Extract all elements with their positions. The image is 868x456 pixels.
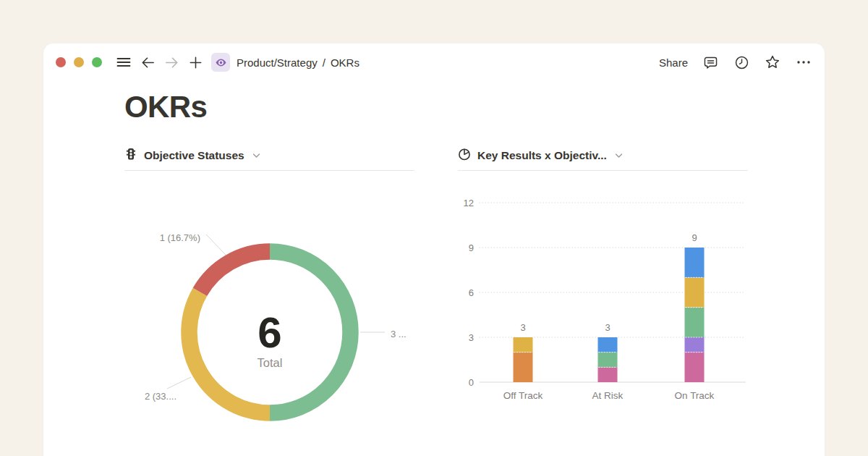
close-window-button[interactable]	[56, 57, 66, 67]
donut-label-line-1	[167, 377, 191, 389]
bar-segment	[598, 337, 618, 352]
history-clock-icon[interactable]	[733, 54, 750, 71]
key-results-panel: Key Results x Objectiv... 0369123Off Tra…	[458, 145, 748, 171]
window-toolbar: Product/Strategy / OKRs Share	[43, 43, 825, 81]
y-tick-label: 12	[464, 198, 474, 208]
donut-label-line-2	[206, 235, 226, 255]
panel-divider	[124, 170, 414, 171]
window-controls	[56, 57, 102, 67]
chevron-down-icon[interactable]	[615, 153, 623, 159]
bar-segment	[685, 352, 705, 382]
donut-center-value: 6	[258, 308, 281, 357]
breadcrumb: Product/Strategy / OKRs	[237, 56, 359, 69]
chevron-down-icon[interactable]	[252, 153, 260, 159]
bar-segment	[514, 352, 533, 382]
breadcrumb-parent[interactable]: Product/Strategy	[237, 56, 318, 69]
back-icon[interactable]	[139, 54, 156, 71]
bar-value-label: 9	[692, 232, 697, 243]
donut-slice-label-1: 2 (33....	[145, 391, 176, 402]
menu-icon[interactable]	[115, 54, 132, 71]
page-eye-icon[interactable]	[211, 53, 230, 72]
objective-statuses-panel: Objective Statuses 3 ...2 (33....1 (16.7…	[124, 145, 414, 171]
bar-segment	[598, 367, 618, 382]
traffic-light-icon	[124, 148, 137, 164]
bar-segment	[685, 337, 705, 352]
y-tick-label: 3	[469, 332, 474, 343]
y-tick-label: 9	[469, 242, 474, 253]
bar-value-label: 3	[605, 322, 610, 333]
donut-slice-label-0: 3 ...	[391, 329, 407, 339]
donut-slice-label-2: 1 (16.7%)	[160, 232, 200, 243]
favorite-star-icon[interactable]	[764, 54, 781, 71]
new-page-icon[interactable]	[187, 54, 204, 71]
toolbar-actions: Share	[659, 54, 812, 71]
breadcrumb-current[interactable]: OKRs	[331, 56, 359, 69]
chart-title: Key Results x Objectiv...	[477, 149, 607, 162]
x-category-label: On Track	[675, 390, 715, 401]
page-title: OKRs	[124, 90, 207, 124]
panel-divider	[458, 170, 748, 171]
y-tick-label: 0	[469, 377, 474, 388]
x-category-label: At Risk	[592, 390, 624, 401]
pie-chart-icon	[458, 148, 471, 164]
donut-center-label: Total	[258, 356, 283, 369]
more-ellipsis-icon[interactable]	[795, 54, 812, 71]
zoom-window-button[interactable]	[92, 57, 102, 67]
x-category-label: Off Track	[503, 390, 543, 401]
bar-segment	[514, 337, 533, 352]
bar-segment	[685, 248, 705, 277]
donut-chart: 3 ...2 (33....1 (16.7%)6Total	[124, 174, 414, 434]
bar-segment	[685, 277, 705, 307]
objective-statuses-header[interactable]: Objective Statuses	[124, 145, 414, 166]
donut-slice-2	[200, 252, 270, 292]
forward-icon[interactable]	[163, 54, 180, 71]
comment-icon[interactable]	[702, 54, 719, 71]
breadcrumb-separator: /	[323, 56, 326, 69]
chart-title: Objective Statuses	[144, 149, 244, 162]
y-tick-label: 6	[469, 287, 474, 298]
minimize-window-button[interactable]	[74, 57, 84, 67]
stacked-bar-chart: 0369123Off Track3At Risk9On Track	[458, 188, 748, 413]
bar-segment	[598, 352, 618, 368]
bar-segment	[685, 308, 705, 337]
donut-slice-0	[270, 252, 351, 413]
key-results-header[interactable]: Key Results x Objectiv...	[458, 145, 748, 166]
bar-value-label: 3	[520, 322, 525, 333]
app-window: Product/Strategy / OKRs Share	[43, 43, 825, 456]
share-button[interactable]: Share	[659, 56, 688, 69]
